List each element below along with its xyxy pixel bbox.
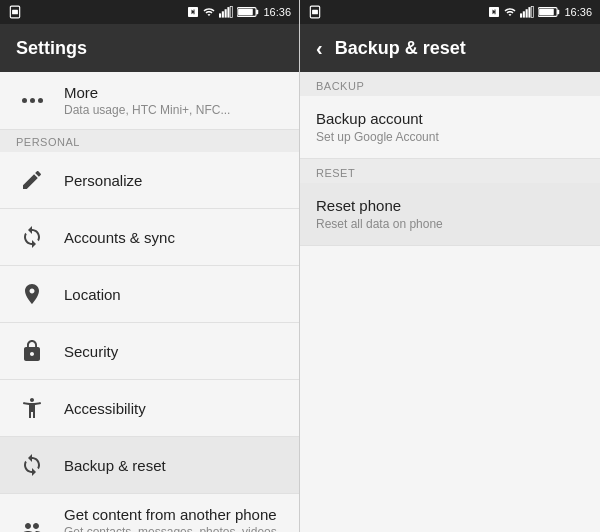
right-status-left xyxy=(308,5,322,19)
more-title: More xyxy=(64,84,230,101)
menu-item-location[interactable]: Location xyxy=(0,266,299,323)
left-status-icons xyxy=(8,5,22,19)
reset-phone-subtitle: Reset all data on phone xyxy=(316,217,584,231)
menu-item-accounts-sync[interactable]: Accounts & sync xyxy=(0,209,299,266)
menu-item-get-content[interactable]: Get content from another phone Get conta… xyxy=(0,494,299,532)
get-content-icon xyxy=(16,514,48,533)
sim-icon xyxy=(8,5,22,19)
svg-rect-8 xyxy=(257,10,259,14)
nfc-icon xyxy=(187,6,199,18)
svg-rect-9 xyxy=(239,9,254,16)
right-content-area: BACKUP Backup account Set up Google Acco… xyxy=(300,72,600,532)
backup-reset-title: Backup & reset xyxy=(64,457,166,474)
left-status-right: 16:36 xyxy=(187,6,291,18)
right-title-bar: ‹ Backup & reset xyxy=(300,24,600,72)
backup-account-item[interactable]: Backup account Set up Google Account xyxy=(300,96,600,159)
location-title: Location xyxy=(64,286,121,303)
personalize-icon xyxy=(16,164,48,196)
right-battery-icon xyxy=(538,6,560,18)
battery-icon xyxy=(237,6,259,18)
right-nfc-icon xyxy=(488,6,500,18)
svg-rect-2 xyxy=(219,13,221,17)
more-text: More Data usage, HTC Mini+, NFC... xyxy=(64,84,230,117)
accessibility-title: Accessibility xyxy=(64,400,146,417)
right-time: 16:36 xyxy=(564,6,592,18)
svg-rect-6 xyxy=(231,6,233,17)
menu-item-personalize[interactable]: Personalize xyxy=(0,152,299,209)
personalize-title: Personalize xyxy=(64,172,142,189)
menu-item-more[interactable]: More Data usage, HTC Mini+, NFC... xyxy=(0,72,299,130)
right-wifi-icon xyxy=(504,6,516,18)
svg-rect-12 xyxy=(520,13,522,17)
right-status-right: 16:36 xyxy=(488,6,592,18)
svg-rect-15 xyxy=(529,7,531,18)
svg-rect-18 xyxy=(558,10,560,14)
accounts-sync-icon xyxy=(16,221,48,253)
svg-rect-16 xyxy=(532,6,534,17)
svg-rect-5 xyxy=(228,7,230,18)
get-content-subtitle: Get contacts, messages, photos, videos, … xyxy=(64,525,283,532)
left-time: 16:36 xyxy=(263,6,291,18)
reset-phone-title: Reset phone xyxy=(316,197,584,214)
backup-section-label: BACKUP xyxy=(300,72,600,96)
backup-reset-text: Backup & reset xyxy=(64,457,166,474)
get-content-title: Get content from another phone xyxy=(64,506,283,523)
backup-account-title: Backup account xyxy=(316,110,584,127)
menu-item-accessibility[interactable]: Accessibility xyxy=(0,380,299,437)
security-text: Security xyxy=(64,343,118,360)
location-icon xyxy=(16,278,48,310)
svg-rect-19 xyxy=(540,9,555,16)
settings-title: Settings xyxy=(16,38,87,59)
svg-rect-14 xyxy=(526,9,528,17)
settings-menu-list: More Data usage, HTC Mini+, NFC... PERSO… xyxy=(0,72,299,532)
menu-item-security[interactable]: Security xyxy=(0,323,299,380)
back-button[interactable]: ‹ xyxy=(316,37,323,60)
svg-rect-13 xyxy=(523,11,525,17)
accounts-sync-text: Accounts & sync xyxy=(64,229,175,246)
more-subtitle: Data usage, HTC Mini+, NFC... xyxy=(64,103,230,117)
left-status-bar: 16:36 xyxy=(0,0,299,24)
right-signal-icon xyxy=(520,6,534,18)
wifi-icon xyxy=(203,6,215,18)
security-icon xyxy=(16,335,48,367)
reset-section-label: RESET xyxy=(300,159,600,183)
reset-phone-item[interactable]: Reset phone Reset all data on phone xyxy=(300,183,600,246)
accessibility-icon xyxy=(16,392,48,424)
svg-rect-11 xyxy=(312,10,318,15)
left-title-bar: Settings xyxy=(0,24,299,72)
svg-rect-1 xyxy=(12,10,18,15)
get-content-text: Get content from another phone Get conta… xyxy=(64,506,283,532)
right-panel: 16:36 ‹ Backup & reset BACKUP Backup acc… xyxy=(300,0,600,532)
menu-item-backup-reset[interactable]: Backup & reset xyxy=(0,437,299,494)
location-text: Location xyxy=(64,286,121,303)
left-panel: 16:36 Settings More Data usage, HTC Mini… xyxy=(0,0,300,532)
more-icon xyxy=(16,98,48,103)
backup-reset-icon xyxy=(16,449,48,481)
backup-account-subtitle: Set up Google Account xyxy=(316,130,584,144)
right-status-bar: 16:36 xyxy=(300,0,600,24)
accessibility-text: Accessibility xyxy=(64,400,146,417)
personalize-text: Personalize xyxy=(64,172,142,189)
right-sim-icon xyxy=(308,5,322,19)
svg-rect-3 xyxy=(222,11,224,17)
signal-icon xyxy=(219,6,233,18)
accounts-sync-title: Accounts & sync xyxy=(64,229,175,246)
svg-rect-4 xyxy=(225,9,227,17)
security-title: Security xyxy=(64,343,118,360)
personal-section-label: PERSONAL xyxy=(0,130,299,152)
backup-reset-page-title: Backup & reset xyxy=(335,38,466,59)
